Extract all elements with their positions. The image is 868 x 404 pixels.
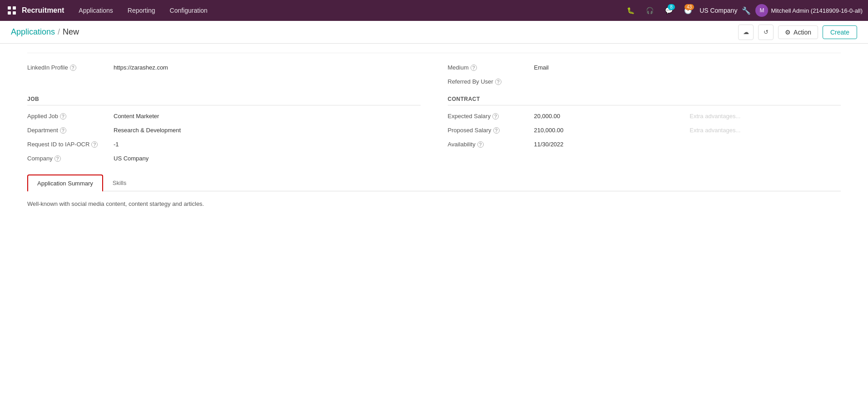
proposed-salary-label: Proposed Salary ? bbox=[448, 127, 530, 134]
proposed-salary-row: Proposed Salary ? 210,000.00 Extra advan… bbox=[448, 123, 841, 137]
medium-field-row: Medium ? Email bbox=[448, 60, 841, 75]
referred-field-row: Referred By User ? bbox=[448, 75, 841, 89]
svg-rect-3 bbox=[13, 11, 16, 15]
department-help-icon[interactable]: ? bbox=[60, 127, 66, 134]
referred-label: Referred By User ? bbox=[448, 78, 530, 85]
chat-badge: 8 bbox=[668, 4, 675, 10]
nav-applications[interactable]: Applications bbox=[71, 0, 120, 21]
proposed-salary-value[interactable]: 210,000.00 bbox=[534, 127, 685, 134]
job-section-col: JOB Applied Job ? Content Marketer Depar… bbox=[27, 89, 421, 165]
company-selector[interactable]: US Company bbox=[699, 7, 737, 14]
svg-rect-2 bbox=[8, 11, 11, 15]
referred-help-icon[interactable]: ? bbox=[495, 79, 501, 85]
tabs-container: Application Summary Skills bbox=[27, 175, 841, 191]
breadcrumb-actions: ☁ ↺ ⚙ Action Create bbox=[738, 25, 857, 40]
right-top-fields: Medium ? Email Referred By User ? bbox=[448, 60, 841, 89]
nav-configuration[interactable]: Configuration bbox=[163, 0, 215, 21]
department-value[interactable]: Research & Development bbox=[114, 127, 421, 134]
main-content: LinkedIn Profile ? https://zarashez.com … bbox=[0, 44, 868, 404]
linkedin-label: LinkedIn Profile ? bbox=[27, 64, 109, 71]
applied-job-value[interactable]: Content Marketer bbox=[114, 113, 421, 120]
department-label: Department ? bbox=[27, 127, 109, 134]
request-id-value[interactable]: -1 bbox=[114, 141, 421, 148]
cloud-save-button[interactable]: ☁ bbox=[738, 25, 754, 40]
proposed-extra-placeholder[interactable]: Extra advantages... bbox=[689, 127, 841, 134]
breadcrumb: Applications / New bbox=[11, 27, 738, 37]
svg-rect-1 bbox=[13, 6, 16, 10]
medium-help-icon[interactable]: ? bbox=[471, 65, 477, 71]
action-button[interactable]: ⚙ Action bbox=[778, 25, 818, 39]
linkedin-value[interactable]: https://zarashez.com bbox=[114, 64, 421, 71]
proposed-salary-help-icon[interactable]: ? bbox=[493, 127, 500, 134]
user-menu[interactable]: M Mitchell Admin (21418909-16-0-all) bbox=[755, 4, 863, 17]
top-menu: Applications Reporting Configuration bbox=[71, 0, 214, 21]
breadcrumb-bar: Applications / New ☁ ↺ ⚙ Action Create bbox=[0, 21, 868, 44]
create-button[interactable]: Create bbox=[823, 25, 857, 39]
request-id-help-icon[interactable]: ? bbox=[91, 141, 98, 148]
app-brand: Recruitment bbox=[22, 6, 64, 15]
sections-grid: JOB Applied Job ? Content Marketer Depar… bbox=[27, 89, 841, 165]
breadcrumb-separator: / bbox=[58, 27, 60, 37]
nav-reporting[interactable]: Reporting bbox=[120, 0, 163, 21]
request-id-label: Request ID to IAP-OCR ? bbox=[27, 141, 109, 148]
department-row: Department ? Research & Development bbox=[27, 123, 421, 137]
availability-label: Availability ? bbox=[448, 141, 530, 148]
availability-value[interactable]: 11/30/2022 bbox=[534, 141, 841, 148]
company-label: Company ? bbox=[27, 155, 109, 162]
grid-menu-icon[interactable] bbox=[5, 4, 18, 17]
avatar: M bbox=[755, 4, 768, 17]
expected-salary-help-icon[interactable]: ? bbox=[492, 113, 499, 120]
application-summary-text: Well-known with social media content, co… bbox=[27, 200, 841, 207]
contract-section-col: CONTRACT Expected Salary ? 20,000.00 Ext… bbox=[448, 89, 841, 165]
topnav-right: 🐛 🎧 💬 8 🕐 43 US Company 🔧 M Mitchell Adm… bbox=[623, 3, 863, 18]
expected-salary-row: Expected Salary ? 20,000.00 Extra advant… bbox=[448, 109, 841, 123]
top-navigation: Recruitment Applications Reporting Confi… bbox=[0, 0, 868, 21]
form-body: LinkedIn Profile ? https://zarashez.com … bbox=[0, 44, 868, 259]
linkedin-help-icon[interactable]: ? bbox=[70, 65, 76, 71]
user-name: Mitchell Admin (21418909-16-0-all) bbox=[771, 7, 863, 14]
request-id-row: Request ID to IAP-OCR ? -1 bbox=[27, 137, 421, 151]
breadcrumb-applications[interactable]: Applications bbox=[11, 27, 55, 37]
medium-value[interactable]: Email bbox=[534, 64, 841, 71]
linkedin-field-row: LinkedIn Profile ? https://zarashez.com bbox=[27, 60, 421, 75]
applied-job-row: Applied Job ? Content Marketer bbox=[27, 109, 421, 123]
tab-content-application-summary: Well-known with social media content, co… bbox=[27, 191, 841, 246]
contract-section-header: CONTRACT bbox=[448, 96, 841, 105]
expected-salary-label: Expected Salary ? bbox=[448, 113, 530, 120]
wrench-icon[interactable]: 🔧 bbox=[742, 6, 751, 15]
left-top-fields: LinkedIn Profile ? https://zarashez.com bbox=[27, 60, 421, 89]
applied-job-help-icon[interactable]: ? bbox=[60, 113, 66, 120]
refresh-button[interactable]: ↺ bbox=[758, 25, 774, 40]
availability-row: Availability ? 11/30/2022 bbox=[448, 137, 841, 151]
breadcrumb-current: New bbox=[63, 27, 79, 37]
company-value[interactable]: US Company bbox=[114, 155, 421, 162]
company-help-icon[interactable]: ? bbox=[55, 155, 61, 162]
expected-salary-value[interactable]: 20,000.00 bbox=[534, 113, 685, 120]
availability-help-icon[interactable]: ? bbox=[477, 141, 484, 148]
gear-icon: ⚙ bbox=[785, 29, 791, 36]
company-row: Company ? US Company bbox=[27, 151, 421, 165]
chat-icon[interactable]: 💬 8 bbox=[661, 3, 676, 18]
tab-application-summary[interactable]: Application Summary bbox=[27, 175, 103, 191]
bug-icon[interactable]: 🐛 bbox=[623, 3, 638, 18]
expected-extra-placeholder[interactable]: Extra advantages... bbox=[689, 113, 841, 120]
action-label: Action bbox=[794, 29, 811, 36]
tabs-list: Application Summary Skills bbox=[27, 175, 841, 191]
job-section-header: JOB bbox=[27, 96, 421, 105]
clock-icon[interactable]: 🕐 43 bbox=[680, 3, 695, 18]
svg-rect-0 bbox=[8, 6, 11, 10]
headphone-icon[interactable]: 🎧 bbox=[642, 3, 657, 18]
top-fields-grid: LinkedIn Profile ? https://zarashez.com … bbox=[27, 60, 841, 89]
applied-job-label: Applied Job ? bbox=[27, 113, 109, 120]
tab-skills[interactable]: Skills bbox=[103, 175, 136, 191]
clock-badge: 43 bbox=[684, 4, 694, 10]
medium-label: Medium ? bbox=[448, 64, 530, 71]
